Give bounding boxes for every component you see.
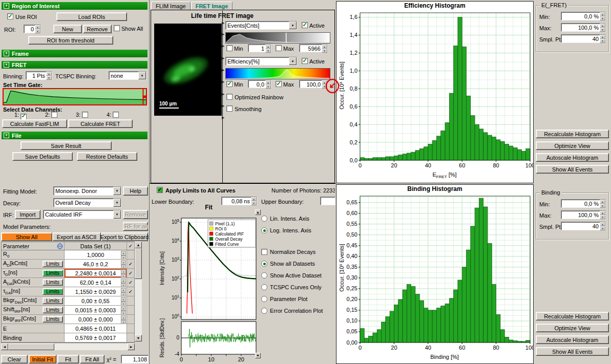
scrollbar-thumb[interactable] bbox=[135, 248, 142, 279]
parameter-value-cell[interactable]: 0,00 ± 0,55▴▾ bbox=[65, 296, 127, 305]
efret-max-spinner[interactable]: 100,0 % ▴▾ bbox=[561, 23, 606, 32]
binding-max-spinner[interactable]: 100,0 % ▴▾ bbox=[561, 210, 606, 219]
chevron-down-icon[interactable]: ▼ bbox=[113, 199, 121, 207]
autoscale-histogram-button[interactable]: Autoscale Histogram bbox=[536, 335, 609, 344]
spinner-arrows[interactable]: ▴▾ bbox=[600, 222, 605, 230]
section-arrow-icon[interactable]: ▶ bbox=[222, 68, 224, 72]
events-max-value[interactable]: 5966 bbox=[300, 45, 322, 52]
fit-enabled-check[interactable]: ✓ bbox=[127, 260, 134, 268]
efficiency-active-checkbox[interactable] bbox=[302, 58, 308, 64]
chevron-down-icon[interactable]: ▼ bbox=[138, 72, 146, 79]
tab-fret-image[interactable]: FRET Image bbox=[191, 2, 233, 10]
events-max-checkbox[interactable] bbox=[276, 45, 282, 51]
use-roi-checkbox[interactable] bbox=[7, 13, 13, 19]
plot-scroll-up-icon[interactable]: ▲ bbox=[255, 209, 261, 215]
radio-indicator[interactable] bbox=[261, 308, 267, 314]
scroll-left-icon[interactable]: ◄ bbox=[1, 344, 8, 350]
fit-enabled-check[interactable]: ✓ bbox=[127, 287, 134, 296]
efficiency-max-value[interactable]: 100,0 bbox=[300, 80, 322, 88]
spinner-arrows[interactable]: ▴▾ bbox=[600, 200, 605, 207]
limits-button[interactable]: Limits bbox=[43, 307, 63, 313]
section-arrow-icon[interactable]: ▶ bbox=[222, 80, 224, 84]
binning-spinner[interactable]: 1 Pts ▴▾ bbox=[26, 71, 52, 80]
section-header-fret[interactable]: ▼ FRET bbox=[2, 61, 148, 69]
fitting-model-dropdown[interactable]: Monoexp. Donor ▼ bbox=[53, 186, 121, 196]
section-arrow-icon[interactable]: ▶ bbox=[222, 21, 224, 25]
spinner-arrows[interactable]: ▴▾ bbox=[46, 72, 52, 79]
export-clipboard-button[interactable]: Export to Clipboard bbox=[101, 232, 148, 241]
calculate-fret-button[interactable]: Calculate FRET bbox=[68, 119, 133, 128]
checkbox-indicator[interactable] bbox=[261, 249, 267, 255]
efficiency-max-spinner[interactable]: 100,0 ▴▾ bbox=[299, 80, 328, 88]
fit-enabled-check[interactable]: ✓ bbox=[127, 278, 134, 287]
collapse-icon[interactable]: ▼ bbox=[4, 62, 9, 68]
section-header-frame[interactable]: ▼ Frame bbox=[2, 50, 148, 57]
binding-sample-points-value[interactable]: 40 bbox=[561, 222, 600, 230]
help-button[interactable]: Help bbox=[123, 186, 148, 196]
option-lin-intens-axis[interactable]: Lin. Intens. Axis bbox=[261, 215, 309, 223]
section-arrow-icon[interactable]: ▶ bbox=[222, 92, 224, 96]
value-spinner[interactable]: ▴▾ bbox=[121, 297, 126, 305]
channel-checkbox[interactable] bbox=[20, 114, 27, 120]
time-gate-plot[interactable] bbox=[3, 88, 147, 105]
value-spinner[interactable]: ▴▾ bbox=[121, 306, 126, 314]
scrollbar-thumb[interactable] bbox=[8, 344, 54, 350]
collapse-icon[interactable]: ▼ bbox=[4, 133, 9, 138]
events-active-checkbox[interactable] bbox=[302, 22, 308, 28]
scroll-down-icon[interactable]: ▼ bbox=[135, 335, 142, 341]
import-irf-button[interactable]: Import bbox=[15, 210, 40, 219]
efret-min-spinner[interactable]: 0,0 % ▴▾ bbox=[561, 12, 606, 20]
decay-plot-svg[interactable]: Intensity [Cnts]Resids. [StdDev.]1051041… bbox=[159, 211, 259, 362]
fit-all-button[interactable]: Fit All bbox=[80, 355, 104, 363]
optimize-view-button[interactable]: Optimize View bbox=[536, 324, 609, 332]
channel-checkbox[interactable] bbox=[51, 112, 57, 118]
radio-indicator[interactable] bbox=[261, 284, 267, 290]
events-channel-dropdown[interactable]: Events[Cnts] ▼ bbox=[225, 21, 297, 30]
option-log-intens-axis[interactable]: Log. Intens. Axis bbox=[261, 227, 311, 235]
option-parameter-plot[interactable]: Parameter Plot bbox=[261, 295, 307, 304]
spinner-arrows[interactable]: ▴▾ bbox=[35, 25, 40, 33]
restore-defaults-button[interactable]: Restore Defaults bbox=[77, 152, 137, 161]
option-normalize-decays[interactable]: Normalize Decays bbox=[261, 248, 315, 256]
fit-enabled-check[interactable] bbox=[127, 333, 134, 342]
efficiency-channel-dropdown[interactable]: Efficiency[%] ▼ bbox=[225, 57, 297, 66]
save-result-button[interactable]: Save Result bbox=[20, 141, 112, 150]
collapse-icon[interactable]: ▼ bbox=[4, 3, 9, 9]
decay-dropdown[interactable]: Overall Decay ▼ bbox=[53, 198, 121, 207]
lower-boundary-value[interactable]: 0,08 ns bbox=[222, 197, 251, 205]
channel-checkbox[interactable] bbox=[82, 112, 88, 118]
value-spinner[interactable]: ▴▾ bbox=[121, 251, 126, 259]
parameter-value-cell[interactable]: 2,2480 ± 0,0014▴▾ bbox=[65, 269, 127, 277]
value-spinner[interactable]: ▴▾ bbox=[121, 288, 126, 295]
fit-enabled-check[interactable] bbox=[127, 306, 134, 314]
limits-button[interactable]: Limits bbox=[43, 261, 63, 267]
parameter-value-cell[interactable]: 1,1550 ± 0,0029▴▾ bbox=[65, 287, 127, 296]
value-spinner[interactable]: ▴▾ bbox=[121, 269, 126, 277]
optimized-rainbow-checkbox[interactable] bbox=[226, 94, 233, 100]
binding-min-value[interactable]: 0,0 % bbox=[561, 200, 600, 207]
plot-scroll-down-icon[interactable]: ▼ bbox=[255, 353, 261, 358]
rainbow-gradient-bar[interactable] bbox=[225, 68, 330, 79]
parameter-value-cell[interactable]: 0,0015 ± 0,0003▴▾ bbox=[65, 306, 127, 314]
apply-limits-checkbox[interactable] bbox=[157, 187, 163, 193]
fit-button[interactable]: Fit bbox=[57, 355, 79, 363]
section-arrow-icon[interactable]: ▶ bbox=[222, 44, 224, 48]
scroll-up-icon[interactable]: ▲ bbox=[135, 242, 142, 248]
fit-enabled-check[interactable]: ✓ bbox=[127, 269, 134, 277]
upper-boundary-value[interactable] bbox=[321, 197, 335, 205]
efficiency-min-checkbox[interactable] bbox=[226, 81, 233, 87]
fit-enabled-check[interactable] bbox=[127, 324, 134, 333]
radio-indicator[interactable] bbox=[261, 261, 267, 267]
show-all-events-button[interactable]: Show All Events bbox=[536, 347, 609, 356]
show-all-events-button[interactable]: Show All Events bbox=[536, 165, 609, 174]
value-spinner[interactable]: ▴▾ bbox=[121, 315, 126, 323]
parameter-value-cell[interactable]: 0,000 ± 0,000▴▾ bbox=[65, 315, 127, 324]
show-all-parameters-button[interactable]: Show All bbox=[1, 232, 52, 241]
section-header-file[interactable]: ▼ File bbox=[2, 132, 148, 139]
scroll-right-icon[interactable]: ► bbox=[128, 344, 135, 350]
load-rois-button[interactable]: Load ROIs bbox=[56, 12, 127, 21]
efret-sample-points-spinner[interactable]: 40 ▴▾ bbox=[561, 34, 606, 43]
autoscale-histogram-button[interactable]: Autoscale Histogram bbox=[536, 153, 609, 162]
roi-value[interactable]: 0 bbox=[24, 25, 35, 33]
chevron-down-icon[interactable]: ▼ bbox=[113, 210, 121, 219]
